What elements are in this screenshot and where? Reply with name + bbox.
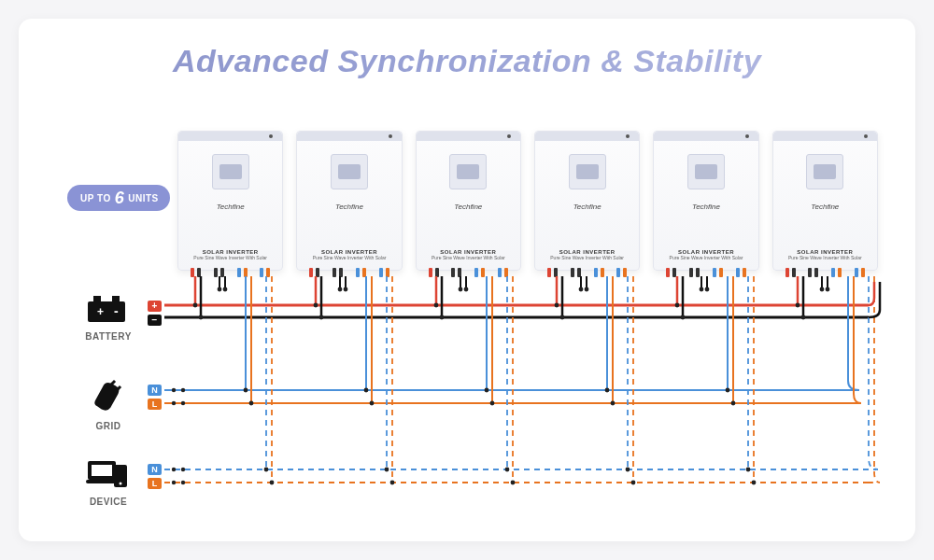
device-block: DEVICE — [82, 457, 134, 507]
svg-point-11 — [120, 483, 122, 485]
svg-text:+: + — [97, 305, 104, 318]
battery-polarity: + − — [148, 301, 162, 326]
svg-point-100 — [726, 388, 730, 393]
svg-point-48 — [338, 287, 343, 292]
svg-rect-8 — [92, 465, 112, 476]
unit-count-badge: UP TO 6 UNITS — [67, 185, 170, 211]
svg-point-36 — [244, 388, 248, 393]
wiring-diagram — [19, 19, 915, 541]
svg-rect-2 — [112, 296, 120, 301]
svg-text:-: - — [114, 303, 119, 318]
svg-point-96 — [700, 287, 704, 292]
svg-point-108 — [796, 303, 800, 308]
grid-live: L — [148, 399, 162, 410]
svg-point-37 — [249, 401, 254, 406]
svg-point-57 — [390, 481, 395, 485]
device-neutral: N — [148, 464, 162, 475]
inverter-unit: Techfine SOLAR INVERTER Pure Sine Wave I… — [177, 131, 283, 271]
inverter-unit: Techfine SOLAR INVERTER Pure Sine Wave I… — [772, 131, 878, 271]
svg-point-81 — [585, 287, 589, 292]
svg-point-23 — [181, 468, 185, 471]
svg-point-85 — [611, 401, 616, 406]
svg-point-113 — [826, 287, 830, 292]
badge-count: 6 — [115, 189, 125, 206]
inverter-subtitle: Pure Sine Wave Inverter With Solar — [193, 255, 267, 260]
svg-point-60 — [434, 303, 439, 308]
svg-point-77 — [560, 315, 565, 320]
svg-point-97 — [705, 287, 710, 292]
diagram-card: Advanced Synchronization & Stability UP … — [19, 19, 915, 541]
svg-point-109 — [801, 315, 806, 320]
inverter-unit: Techfine SOLAR INVERTER Pure Sine Wave I… — [296, 131, 402, 271]
svg-point-61 — [440, 315, 445, 320]
svg-point-33 — [223, 287, 228, 292]
battery-block: + - BATTERY — [82, 294, 134, 342]
device-terminals: N L — [148, 464, 162, 489]
svg-point-65 — [464, 287, 469, 292]
svg-rect-9 — [86, 480, 118, 483]
svg-point-25 — [181, 481, 185, 484]
svg-point-89 — [631, 481, 636, 485]
device-live: L — [148, 478, 162, 489]
device-icon — [86, 457, 131, 489]
svg-point-29 — [199, 315, 204, 320]
svg-point-80 — [579, 287, 584, 292]
fuse-nodes — [172, 388, 185, 484]
svg-point-24 — [172, 481, 176, 484]
svg-point-19 — [181, 388, 185, 392]
inverter-ports — [178, 268, 282, 277]
badge-prefix: UP TO — [80, 193, 111, 203]
svg-point-76 — [555, 303, 559, 308]
svg-point-88 — [626, 468, 630, 472]
grid-terminals: N L — [148, 385, 162, 410]
grid-label: GRID — [82, 421, 134, 431]
inverter-unit: Techfine SOLAR INVERTER Pure Sine Wave I… — [534, 131, 640, 271]
minus-terminal: − — [148, 315, 162, 326]
svg-rect-1 — [93, 296, 101, 301]
svg-point-40 — [264, 468, 269, 472]
svg-point-41 — [270, 481, 275, 485]
svg-point-28 — [193, 303, 198, 308]
inverter-unit: Techfine SOLAR INVERTER Pure Sine Wave I… — [653, 131, 758, 271]
svg-point-44 — [314, 303, 318, 308]
grid-neutral: N — [148, 385, 162, 396]
svg-point-84 — [605, 388, 610, 393]
svg-point-45 — [319, 315, 324, 320]
inverter-row: Techfine SOLAR INVERTER Pure Sine Wave I… — [177, 131, 878, 271]
battery-icon: + - — [86, 294, 131, 324]
battery-label: BATTERY — [82, 331, 134, 342]
badge-suffix: UNITS — [128, 193, 159, 203]
inverter-unit: Techfine SOLAR INVERTER Pure Sine Wave I… — [416, 131, 521, 271]
svg-point-22 — [172, 468, 176, 471]
svg-point-73 — [511, 481, 516, 485]
svg-point-112 — [820, 287, 825, 292]
page-title: Advanced Synchronization & Stability — [19, 19, 915, 79]
svg-point-32 — [218, 287, 222, 292]
svg-point-53 — [370, 401, 375, 406]
svg-rect-0 — [88, 301, 125, 322]
inverter-screen — [212, 154, 249, 189]
inverter-topbar — [178, 132, 282, 141]
svg-point-64 — [459, 287, 463, 292]
svg-point-72 — [505, 468, 510, 472]
svg-point-68 — [485, 388, 489, 393]
svg-point-92 — [675, 303, 680, 308]
svg-point-49 — [344, 287, 348, 292]
svg-point-105 — [752, 481, 757, 485]
svg-point-93 — [681, 315, 686, 320]
svg-point-101 — [731, 401, 736, 406]
svg-point-20 — [172, 401, 176, 405]
svg-point-52 — [364, 388, 369, 393]
svg-point-56 — [385, 468, 389, 472]
grid-block: GRID — [82, 378, 134, 431]
svg-point-69 — [490, 401, 495, 406]
device-label: DEVICE — [82, 497, 134, 507]
inverter-brand: Techfine — [217, 203, 245, 211]
plus-terminal: + — [148, 301, 162, 312]
svg-point-18 — [172, 388, 176, 392]
svg-point-21 — [181, 401, 185, 405]
svg-point-104 — [746, 468, 751, 472]
plug-icon — [88, 378, 129, 413]
